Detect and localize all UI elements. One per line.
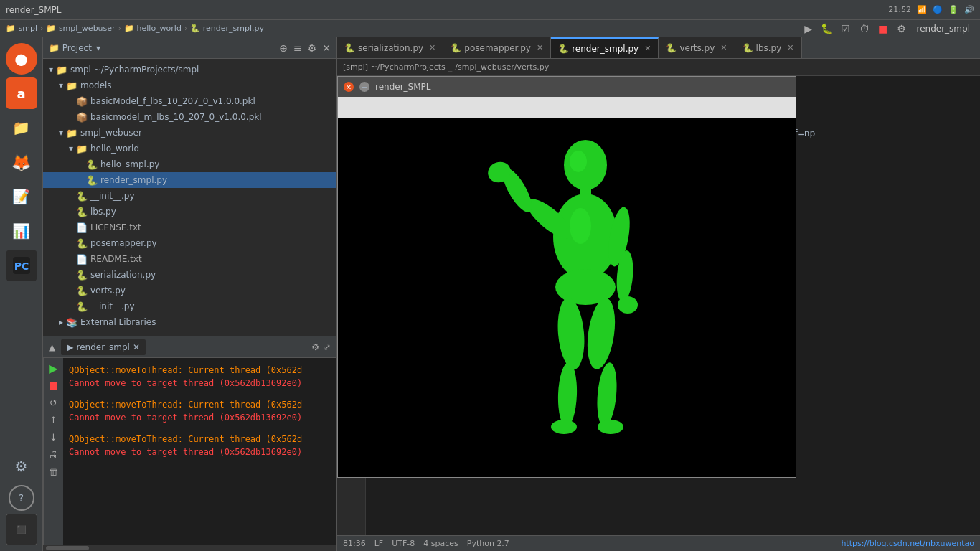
time-display: 21:52 (888, 5, 911, 14)
title-bar: render_SMPL 21:52 📶 🔵 🔋 🔊 (0, 0, 980, 20)
debug-button[interactable]: 🐛 (819, 21, 835, 37)
tab-lbs[interactable]: 🐍 lbs.py ✕ (735, 37, 802, 59)
tab-close-posemapper[interactable]: ✕ (537, 43, 543, 52)
bc-hello-world[interactable]: 📁 hello_world (124, 24, 182, 33)
run-scrollbar-thumb[interactable] (46, 546, 89, 550)
bc-smpl[interactable]: 📁 smpl (6, 24, 37, 33)
status-language: Python 2.7 (467, 539, 509, 548)
svg-point-17 (598, 420, 623, 434)
svg-point-12 (555, 297, 588, 371)
svg-point-18 (570, 151, 587, 172)
run-scroll-down-btn[interactable]: ↓ (47, 430, 61, 444)
tree-posemapper[interactable]: 🐍 posemapper.py (43, 235, 336, 251)
settings-dock-icon[interactable]: ⚙ (6, 451, 37, 482)
run-tab[interactable]: ▶ render_smpl ✕ (61, 339, 146, 355)
tab-close-verts[interactable]: ✕ (720, 43, 727, 52)
tab-verts[interactable]: 🐍 verts.py ✕ (659, 37, 735, 59)
render-window-title: render_SMPL (375, 82, 430, 92)
breadcrumb-bar: 📁 smpl › 📁 smpl_webuser › 📁 hello_world … (0, 20, 980, 37)
run-stop-btn[interactable]: ■ (47, 378, 61, 392)
tree-basicmodel-f[interactable]: 📦 basicModel_f_lbs_10_207_0_v1.0.0.pkl (43, 93, 336, 109)
tree-smpl-webuser[interactable]: ▾ 📁 smpl_webuser (43, 125, 336, 141)
tab-close-serialization[interactable]: ✕ (429, 43, 435, 52)
tree-license[interactable]: 📄 LICENSE.txt (43, 220, 336, 235)
tree-verts[interactable]: 🐍 verts.py (43, 283, 336, 298)
run-play-btn[interactable]: ▶ (47, 361, 61, 375)
bc-smpl-webuser[interactable]: 📁 smpl_webuser (46, 24, 115, 33)
tree-serialization[interactable]: 🐍 serialization.py (43, 267, 336, 283)
tree-models-folder[interactable]: ▾ 📁 models (43, 77, 336, 93)
run-tab-close[interactable]: ✕ (133, 342, 140, 352)
up-arrow-btn[interactable]: ▲ (49, 342, 55, 352)
network-icon: 📶 (917, 5, 927, 14)
settings-button[interactable]: ⚙ (894, 21, 910, 37)
title-bar-left: render_SMPL (6, 5, 61, 15)
tab-close-render-smpl[interactable]: ✕ (644, 44, 651, 53)
run-button[interactable]: ▶ (801, 21, 816, 37)
render-close-btn[interactable]: ✕ (344, 82, 354, 92)
run-panel-header: ▲ ▶ render_smpl ✕ ⚙ ⤢ (43, 336, 336, 358)
tree-external-libs[interactable]: ▸ 📚 External Libraries (43, 314, 336, 330)
tree-readme[interactable]: 📄 README.txt (43, 251, 336, 267)
render-min-btn[interactable]: − (359, 82, 369, 92)
coverage-button[interactable]: ☑ (838, 21, 854, 37)
root-arrow: ▾ (46, 65, 56, 75)
files-icon[interactable]: 📁 (6, 112, 37, 143)
tab-posemapper[interactable]: 🐍 posemapper.py ✕ (443, 37, 551, 59)
tree-init-1[interactable]: 🐍 __init__.py (43, 188, 336, 204)
help-dock-icon[interactable]: ? (9, 485, 34, 511)
tree-root[interactable]: ▾ 📁 smpl ~/PycharmProjects/smpl (43, 62, 336, 77)
store-icon[interactable]: a (6, 77, 37, 109)
ubuntu-icon[interactable]: ⬤ (6, 43, 37, 75)
tree-hello-world[interactable]: ▾ 📁 hello_world (43, 141, 336, 156)
bc2-right: /smpl_webuser/verts.py (455, 62, 549, 72)
svg-point-19 (570, 208, 591, 244)
tab-serialization[interactable]: 🐍 serialization.py ✕ (337, 37, 443, 59)
close-panel-btn[interactable]: ✕ (322, 42, 331, 54)
panel-header: 📁 Project ▾ ⊕ ≡ ⚙ ✕ (43, 37, 336, 59)
run-icon: ▶ (67, 342, 73, 352)
panel-dropdown-arrow[interactable]: ▾ (96, 43, 100, 53)
run-line-2: Cannot move to target thread (0x562db136… (69, 377, 331, 390)
tree-basicmodel-m[interactable]: 📦 basicmodel_m_lbs_10_207_0_v1.0.0.pkl (43, 109, 336, 125)
tree-lbs[interactable]: 🐍 lbs.py (43, 204, 336, 220)
gear-icon[interactable]: ⚙ (308, 42, 317, 54)
run-gear-icon[interactable]: ⚙ (311, 342, 319, 352)
editor-area: 🐍 serialization.py ✕ 🐍 posemapper.py ✕ 🐍… (337, 37, 980, 551)
render-window[interactable]: ✕ − render_SMPL (337, 76, 796, 478)
tree-init-2[interactable]: 🐍 __init__.py (43, 298, 336, 314)
bc-render-smpl[interactable]: 🐍 render_smpl.py (190, 24, 264, 33)
run-rerun-btn[interactable]: ↺ (47, 395, 61, 410)
expand-btn[interactable]: ≡ (293, 42, 302, 54)
pycharm-icon[interactable]: PC (6, 250, 37, 281)
svg-point-13 (557, 362, 578, 428)
run-print-btn[interactable]: 🖨 (47, 447, 61, 461)
tab-render-smpl[interactable]: 🐍 render_smpl.py ✕ (551, 37, 659, 59)
tab-close-lbs[interactable]: ✕ (787, 43, 793, 52)
window-title: render_SMPL (6, 5, 61, 15)
tab-label-posemapper: posemapper.py (464, 43, 531, 53)
run-expand-icon[interactable]: ⤢ (324, 342, 331, 352)
run-line-3: QObject::moveToThread: Current thread (0… (69, 398, 331, 411)
collapse-all-btn[interactable]: ⊕ (279, 42, 288, 54)
run-scroll-up-btn[interactable]: ↑ (47, 413, 61, 427)
firefox-icon[interactable]: 🦊 (6, 146, 37, 178)
run-trash-btn[interactable]: 🗑 (47, 464, 61, 479)
run-scrollbar[interactable] (43, 545, 336, 551)
svg-point-10 (618, 296, 638, 314)
terminal-dock-icon[interactable]: ⬛ (6, 514, 37, 545)
text-editor-icon[interactable]: 📝 (6, 181, 37, 212)
spreadsheet-icon[interactable]: 📊 (6, 215, 37, 247)
stop-button[interactable]: ■ (875, 21, 891, 37)
toolbar-icons: ▶ 🐛 ☑ ⏱ ■ ⚙ render_smpl (801, 21, 974, 37)
file-tree: ▾ 📁 smpl ~/PycharmProjects/smpl ▾ 📁 mode… (43, 59, 336, 336)
tree-hello-smpl[interactable]: 🐍 hello_smpl.py (43, 156, 336, 172)
tree-render-smpl[interactable]: 🐍 render_smpl.py (43, 172, 336, 188)
battery-icon: 🔋 (948, 5, 958, 14)
profile-button[interactable]: ⏱ (857, 21, 872, 37)
status-url[interactable]: https://blog.csdn.net/nbxuwentao (841, 539, 974, 548)
run-header-right: ⚙ ⤢ (311, 342, 331, 352)
tab-label-render-smpl: render_smpl.py (572, 44, 639, 54)
render-window-titlebar: ✕ − render_SMPL (338, 77, 796, 97)
main-layout: ⬤ a 📁 🦊 📝 📊 PC ⚙ ? ⬛ 📁 Project ▾ ⊕ ≡ ⚙ ✕ (0, 37, 980, 551)
